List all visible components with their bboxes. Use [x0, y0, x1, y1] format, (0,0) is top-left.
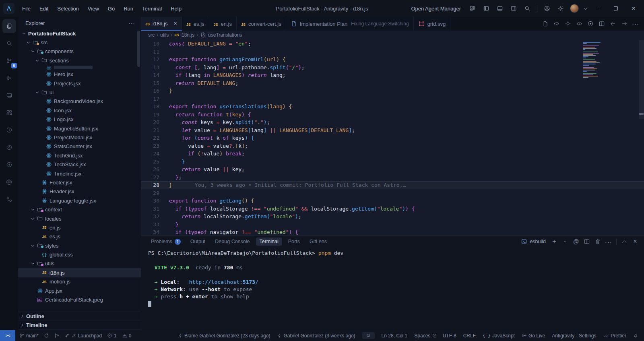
status-launchpad[interactable]: Launchpad	[65, 333, 102, 339]
tree-item-Header.jsx[interactable]: Header.jsx	[18, 187, 141, 196]
tree-item-clipped[interactable]	[18, 65, 141, 70]
tab-es.js[interactable]: JSes.js	[182, 17, 209, 31]
tree-item-TechStack.jsx[interactable]: TechStack.jsx	[18, 160, 141, 169]
tree-item-StatsCounter.jsx[interactable]: StatsCounter.jsx	[18, 142, 141, 151]
activity-explorer[interactable]	[2, 19, 16, 33]
tree-item-TechGrid.jsx[interactable]: TechGrid.jsx	[18, 151, 141, 160]
sidebar-section-outline[interactable]: Outline	[18, 312, 141, 321]
minimap[interactable]	[583, 42, 604, 78]
status-git-branch[interactable]: main*	[19, 333, 39, 339]
status-zoom-out[interactable]	[362, 332, 375, 339]
new-file-icon[interactable]	[540, 19, 551, 29]
chevron-down-icon[interactable]	[582, 2, 588, 14]
minimize-button[interactable]: –	[590, 0, 606, 17]
agent-grid-icon[interactable]	[466, 2, 479, 14]
next-change-icon[interactable]	[574, 19, 584, 29]
trash-icon[interactable]	[593, 237, 603, 246]
activity-gitlens-inspect[interactable]	[2, 141, 16, 154]
activity-run-debug[interactable]	[2, 71, 16, 85]
panel-tab-terminal[interactable]: Terminal	[256, 238, 282, 246]
at-icon[interactable]: @	[571, 237, 581, 246]
tree-item-i18n.js[interactable]: JSi18n.js	[18, 268, 141, 277]
prev-change-icon[interactable]	[551, 19, 562, 29]
split-editor-icon[interactable]	[597, 19, 607, 29]
tree-item-Icon.jsx[interactable]: Icon.jsx	[18, 106, 141, 115]
tree-item-BackgroundVideo.jsx[interactable]: BackgroundVideo.jsx	[18, 97, 141, 106]
panel-left-icon[interactable]	[480, 2, 492, 14]
more-icon[interactable]: ···	[630, 19, 641, 29]
panel-max-icon[interactable]	[619, 237, 629, 246]
panel-tab-ports[interactable]: Ports	[285, 238, 303, 246]
status-cursor-position[interactable]: Ln 28, Col 1	[382, 333, 408, 339]
tree-item-components[interactable]: components	[18, 47, 141, 56]
panel-close-icon[interactable]: ×	[630, 237, 640, 246]
editor-scrollbar[interactable]	[639, 40, 644, 119]
tree-item-src[interactable]: src	[18, 38, 141, 47]
tree-item-ProjectModal.jsx[interactable]: ProjectModal.jsx	[18, 133, 141, 142]
breadcrumb-useTranslations[interactable]: useTranslations	[200, 32, 242, 38]
tree-item-Timeline.jsx[interactable]: Timeline.jsx	[18, 169, 141, 178]
add-icon[interactable]: +	[549, 237, 559, 246]
nav-back-icon[interactable]	[608, 19, 618, 29]
activity-workflow[interactable]	[2, 192, 16, 206]
tab-convert-cert.js[interactable]: JSconvert-cert.js	[237, 17, 286, 31]
tree-item-styles[interactable]: styles	[18, 241, 141, 250]
activity-thunder-client[interactable]	[2, 158, 16, 172]
status-go-live[interactable]: Go Live	[522, 333, 545, 339]
terminal-instance[interactable]: esbuild	[521, 238, 546, 245]
panel-tab-problems[interactable]: Problems1	[147, 238, 184, 246]
breadcrumb-utils[interactable]: utils	[160, 32, 169, 38]
menu-view[interactable]: View	[83, 0, 103, 17]
menu-run[interactable]: Run	[119, 0, 138, 17]
panel-right-icon[interactable]	[508, 2, 520, 14]
activity-gitlens[interactable]	[2, 123, 16, 137]
breadcrumb-src[interactable]: src	[148, 32, 155, 38]
tree-item-Projects.jsx[interactable]: Projects.jsx	[18, 79, 141, 88]
menu-go[interactable]: Go	[103, 0, 119, 17]
status-antigravity-settings[interactable]: Antigravity - Settings	[552, 333, 596, 339]
terminal-output[interactable]: PS C:\Escritorio\MiAreaDeTrabajo\Portafo…	[141, 247, 644, 330]
activity-github[interactable]	[2, 175, 16, 189]
status-eol[interactable]: CRLF	[463, 333, 476, 339]
menu-selection[interactable]: Selection	[53, 0, 83, 17]
menu-file[interactable]: File	[18, 0, 35, 17]
menu-terminal[interactable]: Terminal	[138, 0, 166, 17]
tree-item-context[interactable]: context	[18, 205, 141, 214]
browser-icon[interactable]	[541, 2, 553, 14]
restore-button[interactable]	[608, 0, 624, 17]
account-avatar[interactable]	[568, 2, 580, 14]
status-indentation[interactable]: Spaces: 2	[414, 333, 436, 339]
nav-forward-icon[interactable]	[619, 19, 630, 29]
tree-item-utils[interactable]: utils	[18, 259, 141, 268]
status-language-mode[interactable]: { }JavaScript	[483, 333, 515, 339]
tree-item-Footer.jsx[interactable]: Footer.jsx	[18, 178, 141, 187]
search-icon[interactable]	[521, 2, 533, 14]
tab-Implementation Plan[interactable]: Implementation PlanFixing Language Switc…	[286, 17, 414, 31]
status-encoding[interactable]: UTF-8	[443, 333, 456, 339]
status-git-graph[interactable]	[54, 333, 60, 338]
tab-en.js[interactable]: JSen.js	[209, 17, 237, 31]
breadcrumb-i18n.js[interactable]: JSi18n.js	[174, 32, 194, 38]
sidebar-scrollbar[interactable]	[137, 31, 140, 67]
status-prettier[interactable]: Prettier	[603, 333, 626, 339]
close-button[interactable]: ×	[625, 0, 642, 17]
activity-extensions[interactable]	[2, 106, 16, 120]
status-blame-bar[interactable]: Blame Gabriel Gonnzález (23 days ago)	[178, 333, 270, 339]
chevron-down-icon[interactable]	[560, 237, 570, 246]
activity-source-control[interactable]: 5	[2, 54, 16, 68]
status-notifications[interactable]	[633, 333, 638, 338]
tree-item-CertificadoFullStack.jpeg[interactable]: CertificadoFullStack.jpeg	[18, 295, 141, 304]
explorer-more-icon[interactable]: ···	[128, 20, 135, 26]
tree-item-PortafolioFullStack[interactable]: PortafolioFullStack	[18, 29, 141, 38]
code-editor[interactable]: 10const DEFAULT_LANG = "en";1112export f…	[141, 39, 644, 236]
status-errors[interactable]: 1	[107, 333, 117, 339]
status-warnings[interactable]: 0	[122, 333, 132, 339]
tree-item-MagneticButton.jsx[interactable]: MagneticButton.jsx	[18, 124, 141, 133]
tree-item-sections[interactable]: sections	[18, 56, 141, 65]
gear-icon[interactable]	[555, 2, 567, 14]
more-icon[interactable]: ···	[604, 237, 613, 246]
panel-tab-gitlens[interactable]: GitLens	[306, 238, 330, 246]
panel-bottom-icon[interactable]	[494, 2, 506, 14]
status-sync[interactable]	[44, 333, 49, 338]
tree-item-Logo.jsx[interactable]: Logo.jsx	[18, 115, 141, 124]
